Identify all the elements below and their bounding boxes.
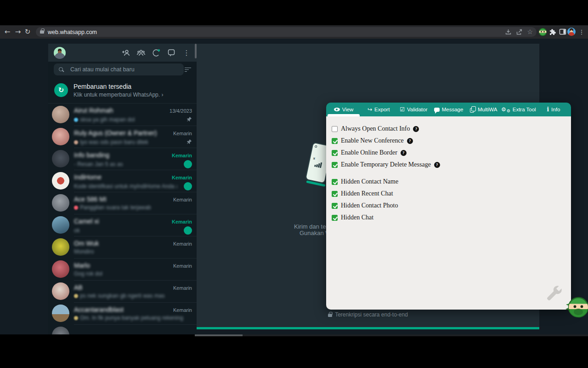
checkbox[interactable]	[332, 203, 338, 209]
bookmark-star-icon[interactable]: ☆	[527, 27, 533, 37]
reload-button[interactable]: ↻	[23, 25, 32, 39]
tab-message[interactable]: Message	[431, 103, 466, 116]
preview-emoji	[74, 118, 78, 122]
back-button[interactable]: ←	[3, 25, 12, 39]
wa-tool-extension-icon[interactable]	[538, 28, 547, 36]
option-row[interactable]: Hidden Recent Chat	[332, 188, 571, 200]
option-row[interactable]: Hidden Contact Photo	[332, 200, 571, 212]
chat-avatar	[52, 305, 69, 322]
chat-timestamp: Kemarin	[169, 175, 192, 180]
chat-name: Info banding	[74, 151, 109, 159]
update-title: Pembaruan tersedia	[74, 83, 163, 90]
chat-list-item[interactable]: Ace 586 MI Kemarin Panggilan suara tak t…	[48, 192, 197, 214]
browser-toolbar: ← → ↻ web.whatsapp.com ☆	[0, 25, 588, 39]
chat-list-item[interactable]: AB Kemarin ps nek sungkan gb ngerti was …	[48, 280, 197, 302]
chat-timestamp: Kemarin	[170, 285, 192, 291]
new-contact-icon[interactable]	[121, 48, 130, 58]
chat-timestamp: Kemarin	[170, 263, 192, 269]
checkbox[interactable]	[332, 126, 338, 132]
sidebar-menu-icon[interactable]: ⋮	[182, 48, 191, 58]
chat-list-item[interactable]	[48, 324, 197, 334]
checkbox[interactable]	[332, 138, 338, 144]
chat-list: Airut Rohmah 13/4/2023 sksa ya gih mapan…	[48, 104, 197, 334]
option-row[interactable]: Enable Online Border ?	[332, 147, 571, 159]
unread-badge	[184, 182, 192, 190]
option-row[interactable]: Enable Temporary Delete Message ?	[332, 159, 571, 171]
tab-extra-tool[interactable]: ⚙⚙ Extra Tool	[501, 103, 536, 116]
forward-button[interactable]: →	[13, 25, 23, 39]
horizontal-scrollbar-track[interactable]	[195, 334, 588, 336]
chat-name: Airut Rohmah	[74, 107, 113, 114]
browser-profile-avatar[interactable]	[567, 28, 576, 36]
chat-preview: sksa ya gih mapan dol	[80, 116, 135, 123]
preview-emoji	[74, 206, 78, 210]
chat-list-item[interactable]: Ruly Agus (Owner & Partner) Kemarin tyo …	[48, 126, 197, 148]
option-label: Hidden Chat	[341, 214, 373, 221]
status-icon[interactable]	[152, 48, 161, 58]
filter-icon[interactable]	[185, 67, 191, 72]
chat-avatar	[52, 106, 69, 123]
bottom-accent-bar	[197, 327, 539, 329]
chat-timestamp: Kemarin	[169, 153, 192, 158]
search-icon	[59, 67, 64, 72]
checkbox[interactable]	[332, 191, 338, 197]
update-banner[interactable]: ↻ Pembaruan tersedia Klik untuk memperba…	[48, 77, 197, 104]
chat-preview: ps nek sungkan gb ngerti was mas	[80, 293, 165, 299]
tab-export[interactable]: ↪ Export	[361, 103, 396, 116]
option-row[interactable]: Hidden Chat	[332, 212, 571, 224]
chat-name: Accantarandblast	[74, 306, 124, 313]
chat-avatar	[52, 260, 69, 278]
share-icon[interactable]	[516, 29, 523, 35]
chat-timestamp: Kemarin	[169, 219, 192, 224]
side-panel-icon[interactable]	[559, 28, 567, 36]
chat-avatar	[52, 150, 69, 167]
chat-name: Ruly Agus (Owner & Partner)	[74, 129, 157, 137]
search-input[interactable]: Cari atau mulai chat baru	[54, 63, 184, 75]
horizontal-scrollbar-thumb[interactable]	[195, 334, 243, 336]
tab-validator[interactable]: ☑ Validator	[396, 103, 431, 116]
tab-info[interactable]: i Info	[536, 103, 571, 116]
chat-list-item[interactable]: IndiHome Kemarin Kode identifkasi untuk …	[48, 170, 197, 192]
help-icon[interactable]: ?	[434, 162, 440, 168]
option-label: Hidden Contact Photo	[341, 202, 398, 209]
help-icon[interactable]: ?	[407, 138, 413, 144]
tab-view[interactable]: View	[326, 103, 361, 116]
chat-preview: - Resan Jan 5 as as	[74, 161, 123, 167]
chat-list-item[interactable]: Om Wuk Kemarin Mondiro	[48, 236, 197, 258]
extensions-puzzle-icon[interactable]	[548, 28, 557, 36]
help-icon[interactable]: ?	[401, 150, 407, 156]
communities-icon[interactable]	[136, 48, 146, 58]
multiwa-copy-icon	[470, 108, 474, 113]
chat-list-item[interactable]: Accantarandblast Kemarin Om. In fik puny…	[48, 302, 197, 324]
sidebar-scrollbar[interactable]	[195, 44, 197, 58]
checkbox[interactable]	[332, 162, 338, 168]
option-label: Hidden Contact Name	[341, 178, 398, 185]
chat-list-item[interactable]: Info banding Kemarin - Resan Jan 5 as as	[48, 148, 197, 170]
checkbox[interactable]	[332, 150, 338, 156]
option-row[interactable]: Always Open Contact Info ?	[332, 123, 571, 135]
chat-list-item[interactable]: Marlo Kemarin Gog rok dol	[48, 258, 197, 280]
chat-timestamp: Kemarin	[170, 131, 192, 136]
channels-icon[interactable]	[167, 48, 176, 58]
chat-list-item[interactable]: Camel xi Kemarin ok	[48, 214, 197, 236]
chat-name: Ace 586 MI	[74, 196, 107, 203]
option-row[interactable]: Enable New Conference ?	[332, 135, 571, 147]
download-icon[interactable]	[505, 29, 512, 35]
chat-name: IndiHome	[74, 173, 102, 181]
ninja-mascot-icon[interactable]	[568, 297, 588, 318]
search-placeholder: Cari atau mulai chat baru	[70, 66, 135, 73]
tab-multiwa[interactable]: MultiWA	[466, 103, 501, 116]
address-bar[interactable]: web.whatsapp.com ☆	[36, 27, 537, 37]
url-text: web.whatsapp.com	[48, 29, 97, 35]
profile-avatar[interactable]	[54, 47, 66, 59]
option-label: Always Open Contact Info	[341, 125, 410, 132]
chat-list-item[interactable]: Airut Rohmah 13/4/2023 sksa ya gih mapan…	[48, 104, 197, 126]
help-icon[interactable]: ?	[413, 126, 419, 132]
checkbox[interactable]	[332, 179, 338, 185]
checkbox[interactable]	[332, 215, 338, 221]
preview-emoji	[74, 316, 78, 320]
option-row[interactable]: Hidden Contact Name	[332, 176, 571, 188]
eye-icon	[334, 108, 340, 111]
browser-menu-icon[interactable]: ⋮	[578, 25, 585, 39]
chat-timestamp: Kemarin	[170, 241, 192, 247]
